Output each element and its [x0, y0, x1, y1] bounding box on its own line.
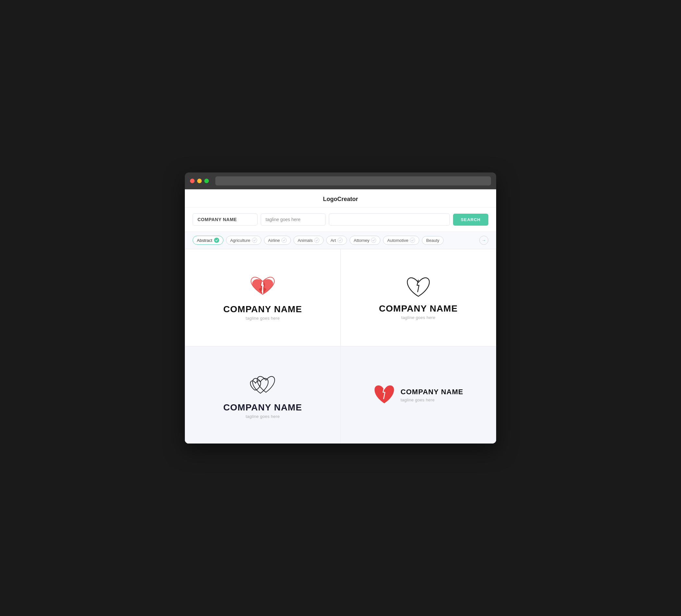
category-automotive[interactable]: Automotive — [383, 236, 419, 245]
category-attorney-label: Attorney — [354, 238, 369, 243]
tagline-input[interactable] — [261, 213, 326, 226]
category-beauty[interactable]: Beauty — [422, 236, 443, 245]
logo2-tagline: tagline goes here — [401, 315, 435, 320]
automotive-check-icon — [410, 238, 415, 243]
search-bar: SEARCH — [185, 207, 496, 232]
category-agriculture[interactable]: Agriculture — [226, 236, 261, 245]
abstract-check-icon — [214, 238, 219, 243]
company-name-input[interactable] — [193, 213, 257, 226]
agriculture-check-icon — [252, 238, 257, 243]
logo1-company-name: COMPANY NAME — [223, 304, 302, 314]
category-automotive-label: Automotive — [387, 238, 408, 243]
broken-heart-color-icon — [250, 275, 276, 299]
categories-next-arrow[interactable]: → — [479, 236, 488, 245]
animals-check-icon — [314, 238, 320, 243]
logo4-company-name: COMPANY NAME — [401, 388, 463, 396]
logo4-tagline: tagline goes here — [401, 397, 463, 402]
category-abstract-label: Abstract — [197, 238, 212, 243]
browser-body: LogoCreator SEARCH Abstract Agriculture — [185, 189, 496, 443]
category-airline-label: Airline — [268, 238, 280, 243]
logo-card-3[interactable]: COMPANY NAME tagline goes here — [185, 346, 340, 443]
category-beauty-label: Beauty — [426, 238, 439, 243]
category-animals[interactable]: Animals — [294, 236, 324, 245]
art-check-icon — [337, 238, 343, 243]
extra-input[interactable] — [329, 213, 450, 226]
app-title: LogoCreator — [323, 196, 358, 202]
category-animals-label: Animals — [298, 238, 312, 243]
broken-heart-outline-icon — [406, 276, 430, 298]
category-attorney[interactable]: Attorney — [350, 236, 380, 245]
logo4-horizontal-layout: COMPANY NAME tagline goes here — [373, 384, 463, 406]
category-bar: Abstract Agriculture Airline — [185, 232, 496, 249]
logo2-company-name: COMPANY NAME — [379, 304, 458, 314]
logo-card-1[interactable]: COMPANY NAME tagline goes here — [185, 249, 340, 346]
logo-grid: COMPANY NAME tagline goes here COMPANY N… — [185, 249, 496, 443]
category-abstract[interactable]: Abstract — [193, 236, 223, 245]
category-art-label: Art — [330, 238, 336, 243]
category-agriculture-label: Agriculture — [230, 238, 250, 243]
logo-card-2[interactable]: COMPANY NAME tagline goes here — [340, 249, 496, 346]
category-airline[interactable]: Airline — [264, 236, 291, 245]
hearts-outline-icon — [248, 371, 277, 397]
browser-window: LogoCreator SEARCH Abstract Agriculture — [185, 173, 496, 443]
airline-check-icon — [281, 238, 287, 243]
app-header: LogoCreator — [185, 189, 496, 207]
category-art[interactable]: Art — [326, 236, 347, 245]
logo1-tagline: tagline goes here — [246, 316, 280, 320]
search-button[interactable]: SEARCH — [453, 214, 488, 226]
logo3-company-name: COMPANY NAME — [223, 402, 302, 413]
heart-solid-icon — [373, 384, 395, 406]
maximize-button[interactable] — [204, 179, 209, 183]
close-button[interactable] — [190, 179, 195, 183]
logo3-tagline: tagline goes here — [246, 414, 280, 419]
logo4-text-group: COMPANY NAME tagline goes here — [401, 388, 463, 402]
logo-card-4[interactable]: COMPANY NAME tagline goes here — [340, 346, 496, 443]
address-bar[interactable] — [215, 176, 491, 185]
minimize-button[interactable] — [197, 179, 202, 183]
attorney-check-icon — [371, 238, 376, 243]
browser-titlebar — [185, 173, 496, 189]
